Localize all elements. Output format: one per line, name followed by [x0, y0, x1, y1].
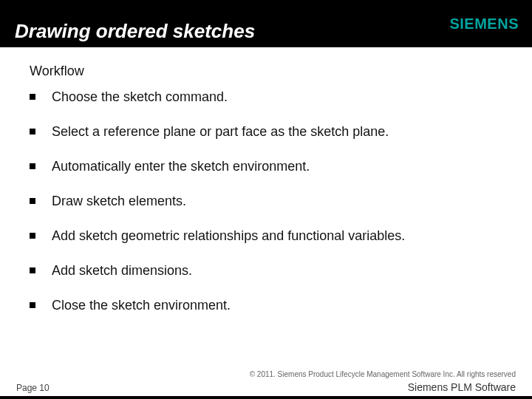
bottom-rule [0, 396, 532, 399]
bullet-icon [30, 302, 35, 308]
list-item: Close the sketch environment. [30, 298, 502, 313]
slide-title: Drawing ordered sketches [15, 20, 255, 43]
product-name: Siemens PLM Software [408, 381, 516, 393]
bullet-text: Choose the sketch command. [52, 89, 228, 105]
page-number: Page 10 [16, 383, 50, 393]
list-item: Choose the sketch command. [30, 89, 502, 105]
bullet-text: Add sketch dimensions. [52, 263, 192, 279]
list-item: Add sketch geometric relationships and f… [30, 228, 502, 244]
bullet-icon [30, 129, 35, 134]
footer-row: Page 10 Siemens PLM Software [16, 381, 516, 393]
list-item: Select a reference plane or part face as… [30, 124, 502, 140]
bullet-icon [30, 198, 35, 204]
header-bar: Drawing ordered sketches SIEMENS [0, 0, 532, 47]
brand-logo: SIEMENS [449, 16, 519, 33]
footer: © 2011. Siemens Product Lifecycle Manage… [0, 370, 532, 393]
bullet-text: Add sketch geometric relationships and f… [52, 228, 405, 244]
bullet-text: Select a reference plane or part face as… [52, 124, 389, 140]
bullet-icon [30, 163, 35, 169]
list-item: Automatically enter the sketch environme… [30, 159, 502, 174]
bullet-text: Draw sketch elements. [52, 194, 186, 209]
bullet-icon [30, 233, 35, 239]
bullet-icon [30, 267, 35, 273]
list-item: Add sketch dimensions. [30, 263, 502, 279]
bullet-text: Automatically enter the sketch environme… [52, 159, 310, 174]
copyright-text: © 2011. Siemens Product Lifecycle Manage… [16, 370, 516, 378]
slide-body: Workflow Choose the sketch command. Sele… [0, 47, 532, 313]
bullet-list: Choose the sketch command. Select a refe… [30, 89, 502, 313]
bullet-icon [30, 94, 35, 100]
bullet-text: Close the sketch environment. [52, 298, 231, 313]
section-heading: Workflow [30, 64, 502, 79]
list-item: Draw sketch elements. [30, 194, 502, 209]
slide: Drawing ordered sketches SIEMENS Workflo… [0, 0, 532, 399]
